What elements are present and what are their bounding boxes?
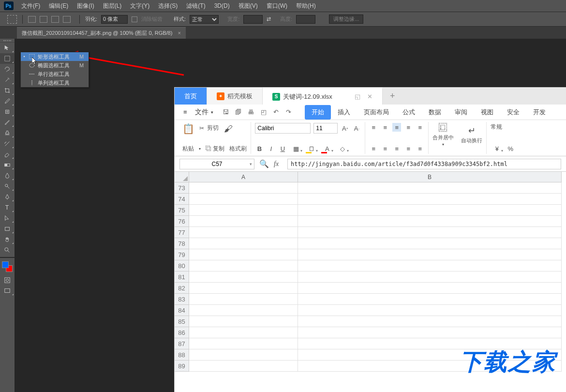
ribbon-tab-insert[interactable]: 插入 (331, 105, 357, 120)
marquee-row-item[interactable]: 单行选框工具 (21, 70, 89, 78)
cell[interactable] (189, 361, 298, 372)
font-name-select[interactable] (255, 123, 311, 134)
history-brush-tool[interactable] (0, 138, 15, 149)
marquee-tool[interactable] (0, 53, 15, 64)
row-header[interactable]: 84 (175, 305, 189, 316)
cell[interactable] (189, 305, 298, 316)
currency-icon[interactable]: ¥ (491, 144, 503, 153)
row-header[interactable]: 82 (175, 283, 189, 294)
cell[interactable] (298, 182, 562, 194)
marquee-col-item[interactable]: 单列选框工具 (21, 78, 89, 87)
wps-tab-home[interactable]: 首页 (175, 88, 207, 105)
redo-icon[interactable]: ↷ (285, 108, 293, 116)
doctab-close-icon[interactable]: × (178, 30, 180, 36)
row-header[interactable]: 78 (175, 238, 189, 249)
eyedropper-tool[interactable] (0, 96, 15, 106)
selection-add-icon[interactable] (40, 16, 47, 23)
magic-wand-tool[interactable] (0, 75, 15, 85)
cell[interactable] (298, 238, 562, 249)
row-header[interactable]: 85 (175, 316, 189, 327)
color-swatches[interactable] (0, 260, 15, 275)
cell[interactable] (189, 283, 298, 294)
row-header[interactable]: 76 (175, 216, 189, 227)
marquee-tool-icon[interactable] (7, 15, 17, 24)
clear-format-button[interactable]: ◇ (336, 144, 349, 153)
cell[interactable] (189, 327, 298, 338)
eraser-tool[interactable] (0, 149, 15, 160)
screenmode-tool[interactable] (0, 286, 15, 296)
tab-detach-icon[interactable]: ◱ (355, 93, 360, 100)
align-right-icon[interactable]: ≡ (392, 144, 401, 153)
wrap-button[interactable]: ↵ 自动换行 (461, 125, 482, 144)
align-middle-icon[interactable]: ≡ (381, 123, 389, 132)
menu-file[interactable]: 文件(F) (17, 2, 45, 10)
wps-tab-add[interactable]: + (383, 88, 402, 105)
cell[interactable] (298, 249, 562, 260)
style-select[interactable]: 正常 (190, 15, 219, 24)
foreground-color-swatch[interactable] (2, 261, 9, 268)
lookup-icon[interactable]: 🔍 (259, 159, 269, 168)
border-button[interactable]: ▦ (290, 144, 302, 153)
align-center-icon[interactable]: ≡ (381, 144, 389, 153)
pen-tool[interactable] (0, 192, 15, 202)
fx-icon[interactable]: fx (274, 160, 283, 168)
selection-subtract-icon[interactable] (51, 16, 59, 23)
fill-color-button[interactable]: 🗌 (305, 144, 318, 153)
selection-new-icon[interactable] (28, 16, 36, 23)
row-header[interactable]: 80 (175, 260, 189, 271)
menu-edit[interactable]: 编辑(E) (45, 2, 73, 10)
shape-tool[interactable] (0, 224, 15, 234)
cell[interactable] (189, 238, 298, 249)
type-tool[interactable]: T (0, 202, 15, 213)
ribbon-tab-dev[interactable]: 开发 (526, 105, 552, 120)
print-icon[interactable]: 🖶 (247, 108, 255, 116)
feather-input[interactable] (101, 15, 128, 24)
row-header[interactable]: 79 (175, 249, 189, 260)
cell[interactable] (298, 271, 562, 283)
move-tool[interactable] (0, 43, 15, 53)
decrease-font-icon[interactable]: A- (352, 124, 361, 133)
increase-font-icon[interactable]: A+ (341, 124, 349, 133)
wps-tab-template[interactable]: ✦ 稻壳模板 (207, 88, 263, 105)
menu-image[interactable]: 图像(I) (73, 2, 98, 10)
undo-icon[interactable]: ↶ (272, 108, 280, 116)
menu-window[interactable]: 窗口(W) (262, 2, 292, 10)
ps-document-tab[interactable]: 微信截图_20200109104457_副本.png @ 100% (图层 0,… (17, 27, 186, 39)
menu-view[interactable]: 视图(V) (234, 2, 262, 10)
wps-file-hamburger[interactable]: ≡ (179, 108, 191, 116)
format-painter-button[interactable]: 🖌 (224, 124, 233, 134)
refine-edge-button[interactable]: 调整边缘... (329, 15, 363, 24)
zoom-tool[interactable] (0, 245, 15, 256)
path-selection-tool[interactable] (0, 213, 15, 224)
ribbon-tab-data[interactable]: 数据 (422, 105, 448, 120)
cell[interactable] (189, 260, 298, 271)
cell[interactable] (189, 205, 298, 216)
cell[interactable] (189, 271, 298, 283)
brush-tool[interactable] (0, 117, 15, 128)
ribbon-tab-layout[interactable]: 页面布局 (357, 105, 396, 120)
cell[interactable] (298, 194, 562, 205)
ribbon-tab-start[interactable]: 开始 (305, 105, 331, 120)
row-header[interactable]: 89 (175, 361, 189, 372)
indent-increase-icon[interactable]: ≡ (416, 123, 424, 132)
row-header[interactable]: 81 (175, 271, 189, 283)
percent-icon[interactable]: % (506, 144, 515, 153)
cell[interactable] (189, 194, 298, 205)
cell[interactable] (189, 316, 298, 327)
print-preview-icon[interactable]: 🗐 (235, 108, 242, 116)
wps-name-box[interactable]: C57 (179, 159, 254, 169)
save-icon[interactable]: 🖫 (222, 108, 230, 116)
underline-button[interactable]: U (278, 144, 287, 153)
font-color-button[interactable]: A (321, 144, 333, 153)
row-header[interactable]: 77 (175, 227, 189, 238)
cell[interactable] (189, 182, 298, 194)
cell[interactable] (298, 316, 562, 327)
align-bottom-icon[interactable]: ≡ (392, 123, 401, 132)
col-header-a[interactable]: A (189, 172, 298, 182)
gradient-tool[interactable] (0, 160, 15, 170)
cell[interactable] (298, 327, 562, 338)
merge-button[interactable]: ⿴ 合并居中▾ (432, 123, 454, 147)
align-left-icon[interactable]: ≡ (369, 144, 378, 153)
ribbon-tab-formula[interactable]: 公式 (396, 105, 422, 120)
cell[interactable] (189, 216, 298, 227)
